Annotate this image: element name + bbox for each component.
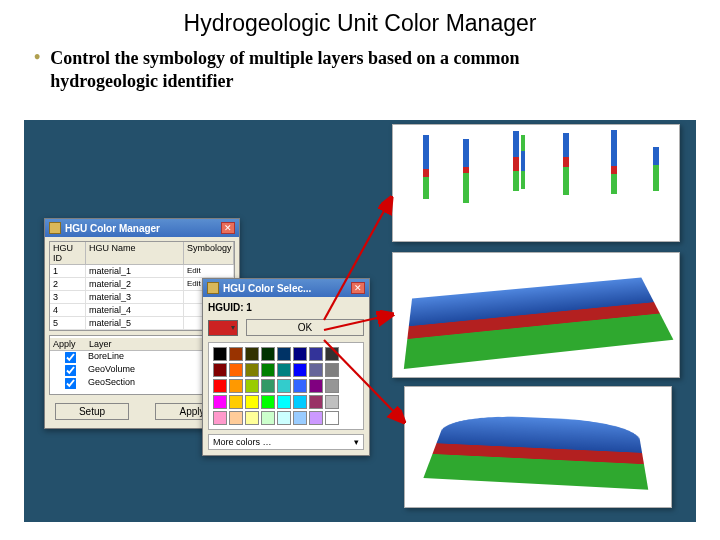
- col-symbology[interactable]: Symbology: [184, 242, 234, 265]
- bullet-text: Control the symbology of multiple layers…: [50, 47, 610, 92]
- palette-swatch[interactable]: [325, 363, 339, 377]
- cell-name: material_4: [86, 304, 184, 317]
- palette-swatch[interactable]: [245, 395, 259, 409]
- palette-swatch[interactable]: [309, 363, 323, 377]
- more-colors-label: More colors …: [213, 437, 272, 447]
- color-palette: [208, 342, 364, 430]
- borehole: [463, 139, 469, 203]
- palette-swatch[interactable]: [229, 411, 243, 425]
- palette-swatch[interactable]: [293, 411, 307, 425]
- chevron-down-icon: ▾: [354, 437, 359, 447]
- cell-name: material_2: [86, 278, 184, 291]
- apply-boreline-checkbox[interactable]: [64, 352, 76, 364]
- window-title: HGU Color Selec...: [223, 283, 351, 294]
- slide-title: Hydrogeologic Unit Color Manager: [0, 10, 720, 37]
- palette-swatch[interactable]: [277, 379, 291, 393]
- palette-swatch[interactable]: [229, 363, 243, 377]
- cell-id: 5: [50, 317, 86, 330]
- palette-swatch[interactable]: [245, 347, 259, 361]
- col-apply[interactable]: Apply: [50, 338, 86, 350]
- borehole: [513, 131, 519, 191]
- borehole: [563, 133, 569, 195]
- window-title: HGU Color Manager: [65, 223, 221, 234]
- setup-button[interactable]: Setup: [55, 403, 129, 420]
- color-dropdown[interactable]: [208, 320, 238, 336]
- palette-swatch[interactable]: [261, 363, 275, 377]
- bullet-row: • Control the symbology of multiple laye…: [34, 47, 720, 92]
- app-icon: [207, 282, 219, 294]
- table-header: HGU ID HGU Name Symbology: [50, 242, 234, 265]
- palette-swatch[interactable]: [245, 379, 259, 393]
- geosection-3d-preview: [392, 252, 680, 378]
- cell-name: material_5: [86, 317, 184, 330]
- bullet-icon: •: [34, 47, 40, 69]
- palette-swatch[interactable]: [325, 395, 339, 409]
- boreline-3d-preview: [392, 124, 680, 242]
- cell-name: material_3: [86, 291, 184, 304]
- window-titlebar[interactable]: HGU Color Selec... ✕: [203, 279, 369, 297]
- cell-id: 4: [50, 304, 86, 317]
- palette-swatch[interactable]: [229, 379, 243, 393]
- ok-button[interactable]: OK: [246, 319, 364, 336]
- cell-name: material_1: [86, 265, 184, 278]
- cell-id: 3: [50, 291, 86, 304]
- palette-swatch[interactable]: [309, 379, 323, 393]
- palette-swatch[interactable]: [277, 395, 291, 409]
- palette-swatch[interactable]: [213, 395, 227, 409]
- palette-swatch[interactable]: [277, 347, 291, 361]
- cell-id: 1: [50, 265, 86, 278]
- borehole: [611, 130, 617, 194]
- edit-symbology-button[interactable]: Edit: [184, 265, 234, 278]
- apply-geovolume-checkbox[interactable]: [64, 365, 76, 377]
- palette-swatch[interactable]: [245, 363, 259, 377]
- hgu-color-selector-window: HGU Color Selec... ✕ HGUID: 1 OK More co…: [202, 278, 370, 456]
- more-colors-button[interactable]: More colors … ▾: [208, 434, 364, 450]
- geovolume-3d-preview: [404, 386, 672, 508]
- palette-swatch[interactable]: [277, 411, 291, 425]
- palette-swatch[interactable]: [213, 379, 227, 393]
- apply-geosection-checkbox[interactable]: [64, 378, 76, 390]
- palette-swatch[interactable]: [293, 347, 307, 361]
- col-hgu-name[interactable]: HGU Name: [86, 242, 184, 265]
- palette-swatch[interactable]: [261, 379, 275, 393]
- palette-swatch[interactable]: [277, 363, 291, 377]
- hguid-label: HGUID: 1: [208, 302, 364, 313]
- borehole: [653, 147, 659, 191]
- palette-swatch[interactable]: [293, 363, 307, 377]
- palette-swatch[interactable]: [261, 395, 275, 409]
- cell-id: 2: [50, 278, 86, 291]
- borehole: [423, 135, 429, 199]
- close-icon[interactable]: ✕: [351, 282, 365, 294]
- palette-swatch[interactable]: [293, 395, 307, 409]
- palette-swatch[interactable]: [213, 347, 227, 361]
- palette-swatch[interactable]: [309, 411, 323, 425]
- palette-swatch[interactable]: [325, 379, 339, 393]
- palette-swatch[interactable]: [261, 411, 275, 425]
- stage-background: HGU Color Manager ✕ HGU ID HGU Name Symb…: [24, 120, 696, 522]
- col-hgu-id[interactable]: HGU ID: [50, 242, 86, 265]
- palette-swatch[interactable]: [325, 347, 339, 361]
- borehole: [521, 135, 525, 189]
- palette-swatch[interactable]: [309, 347, 323, 361]
- palette-swatch[interactable]: [309, 395, 323, 409]
- palette-swatch[interactable]: [261, 347, 275, 361]
- table-row[interactable]: 1 material_1 Edit: [50, 265, 234, 278]
- palette-swatch[interactable]: [213, 363, 227, 377]
- close-icon[interactable]: ✕: [221, 222, 235, 234]
- window-titlebar[interactable]: HGU Color Manager ✕: [45, 219, 239, 237]
- palette-swatch[interactable]: [229, 395, 243, 409]
- palette-swatch[interactable]: [325, 411, 339, 425]
- app-icon: [49, 222, 61, 234]
- palette-swatch[interactable]: [229, 347, 243, 361]
- palette-swatch[interactable]: [213, 411, 227, 425]
- palette-swatch[interactable]: [245, 411, 259, 425]
- palette-swatch[interactable]: [293, 379, 307, 393]
